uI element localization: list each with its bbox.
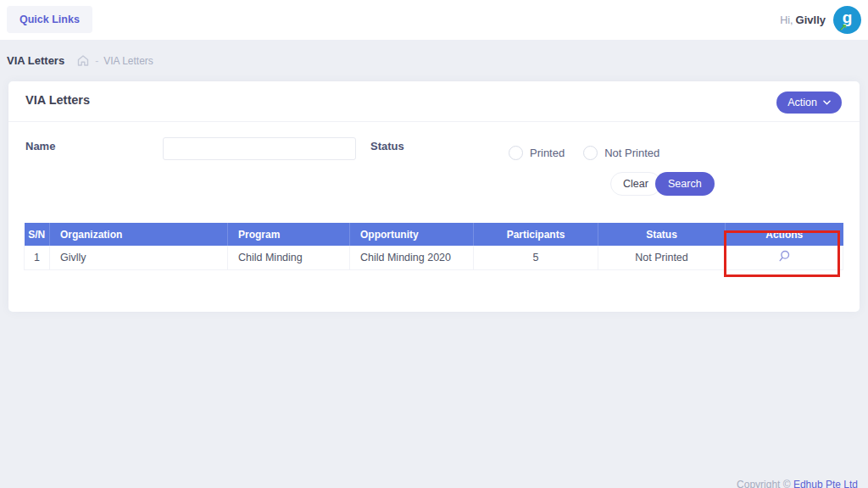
card-divider [8, 121, 860, 122]
magnifier-icon [778, 250, 791, 263]
via-letters-table: S/N Organization Program Opportunity Par… [24, 223, 843, 270]
cell-sn: 1 [25, 246, 50, 269]
status-radio-group: Printed Not Printed [509, 146, 659, 160]
via-letters-card: VIA Letters Action Name Status Printed N… [8, 81, 860, 312]
action-dropdown-button[interactable]: Action [776, 92, 842, 114]
avatar-letter: g [833, 9, 861, 25]
status-filter-label: Status [370, 140, 404, 152]
greeting-prefix: Hi, [780, 14, 793, 26]
chevron-down-icon [823, 100, 831, 105]
quick-links-button[interactable]: Quick Links [7, 6, 92, 33]
not-printed-radio-label: Not Printed [604, 147, 659, 159]
username: Givlly [796, 14, 826, 26]
company-link[interactable]: Edhub Pte Ltd [793, 479, 858, 488]
cell-opportunity: Child Minding 2020 [350, 246, 474, 269]
header-organization: Organization [50, 223, 228, 246]
breadcrumb: VIA Letters - VIA Letters [0, 40, 868, 81]
cell-participants: 5 [474, 246, 598, 269]
not-printed-radio[interactable] [583, 146, 598, 160]
header-opportunity: Opportunity [350, 223, 474, 246]
avatar-arrow-icon: ↗ [839, 23, 847, 32]
header-sn: S/N [25, 223, 50, 246]
printed-radio-label: Printed [530, 147, 565, 159]
breadcrumb-separator: - [95, 55, 98, 67]
home-icon[interactable] [76, 54, 90, 67]
name-filter-label: Name [25, 140, 55, 152]
view-letter-button[interactable] [726, 246, 843, 269]
topbar-user-area: Hi,Givlly g ↗ [780, 0, 861, 40]
cell-status: Not Printed [598, 246, 726, 269]
user-greeting: Hi,Givlly [780, 14, 826, 26]
table-header-row: S/N Organization Program Opportunity Par… [25, 223, 843, 246]
header-status: Status [598, 223, 726, 246]
table-row: 1 Givlly Child Minding Child Minding 202… [25, 246, 843, 269]
cell-program: Child Minding [228, 246, 350, 269]
card-title: VIA Letters [25, 93, 90, 107]
action-button-label: Action [787, 97, 817, 108]
footer-copyright: Copyright © Edhub Pte Ltd [737, 479, 858, 488]
header-program: Program [228, 223, 350, 246]
clear-button[interactable]: Clear [610, 172, 661, 196]
breadcrumb-current: VIA Letters [103, 55, 153, 67]
header-actions: Actions [726, 223, 843, 246]
breadcrumb-page-title: VIA Letters [7, 54, 64, 67]
cell-organization: Givlly [50, 246, 228, 269]
copyright-text: Copyright © [737, 479, 793, 488]
search-button[interactable]: Search [655, 172, 715, 196]
header-participants: Participants [474, 223, 598, 246]
via-letters-page: Quick Links Hi,Givlly g ↗ VIA Letters - … [0, 0, 868, 488]
user-avatar[interactable]: g ↗ [833, 6, 861, 34]
printed-radio[interactable] [509, 146, 523, 160]
name-filter-input[interactable] [163, 137, 356, 160]
topbar: Quick Links Hi,Givlly g ↗ [0, 0, 868, 40]
